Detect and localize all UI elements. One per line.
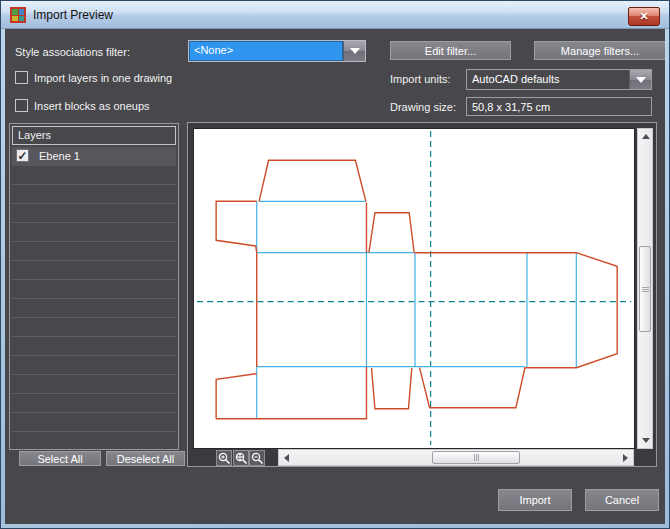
layer-checkbox[interactable]: ✓ [16,149,29,162]
edit-filter-button[interactable]: Edit filter... [390,41,511,60]
grip-icon [642,287,649,288]
dialog-title: Import Preview [33,8,113,22]
layers-panel: Layers ✓ Ebene 1 [9,123,179,450]
import-units-dropdown-button[interactable] [629,70,651,89]
arrow-up-icon [642,134,650,139]
insert-blocks-label: Insert blocks as oneups [34,100,150,112]
drawing-size-label: Drawing size: [390,101,456,113]
vertical-scrollbar[interactable] [637,128,653,449]
layer-list-empty-rows [12,166,176,447]
arrow-right-icon [623,454,628,462]
style-filter-combobox[interactable]: <None> [188,40,366,62]
import-units-selected-value: AutoCAD defaults [467,70,629,89]
cancel-button[interactable]: Cancel [585,489,659,511]
zoom-fit-button[interactable] [233,450,249,466]
import-layers-checkbox[interactable] [15,71,28,84]
scroll-down-button[interactable] [638,433,653,448]
dieline-svg [194,129,634,448]
app-icon [10,7,26,23]
horizontal-scrollbar[interactable] [278,449,634,466]
import-units-label: Import units: [390,73,451,85]
manage-filters-button[interactable]: Manage filters... [534,41,666,60]
arrow-down-icon [642,438,650,443]
vertical-scrollbar-thumb[interactable] [639,246,651,332]
horizontal-scrollbar-thumb[interactable] [432,451,520,464]
chevron-down-icon [350,48,360,54]
preview-panel [187,122,657,467]
close-icon: ✕ [639,10,648,22]
scroll-up-button[interactable] [638,129,653,144]
style-associations-filter-label: Style associations filter: [15,46,130,58]
preview-canvas[interactable] [193,128,635,449]
zoom-in-icon [218,452,231,465]
window-edge-right [665,29,669,528]
close-button[interactable]: ✕ [628,7,660,26]
deselect-all-button[interactable]: Deselect All [106,451,185,466]
style-filter-selected-value: <None> [189,41,343,61]
scroll-right-button[interactable] [618,450,633,465]
select-all-button[interactable]: Select All [19,451,101,466]
zoom-out-button[interactable] [249,450,265,466]
layer-name: Ebene 1 [39,150,80,162]
window-edge-left [1,29,5,528]
drawing-size-field: 50,8 x 31,75 cm [466,97,652,116]
arrow-left-icon [284,454,289,462]
import-preview-dialog: Import Preview ✕ Style associations filt… [0,0,670,529]
import-layers-label: Import layers in one drawing [34,72,172,84]
grip-icon [474,454,475,461]
layers-column-header: Layers [12,126,176,145]
import-button[interactable]: Import [498,489,572,511]
zoom-in-button[interactable] [216,450,232,466]
import-units-combobox[interactable]: AutoCAD defaults [466,69,652,90]
drawing-size-value: 50,8 x 31,75 cm [467,101,550,113]
zoom-out-icon [251,452,264,465]
title-bar[interactable]: Import Preview ✕ [1,1,670,29]
scroll-left-button[interactable] [279,450,294,465]
chevron-down-icon [636,77,646,83]
layer-list-item[interactable]: ✓ Ebene 1 [12,147,176,166]
style-filter-dropdown-button[interactable] [343,41,365,61]
window-edge-bottom [1,524,669,528]
zoom-fit-icon [235,452,248,465]
insert-blocks-checkbox[interactable] [15,99,28,112]
check-icon: ✓ [17,149,27,163]
